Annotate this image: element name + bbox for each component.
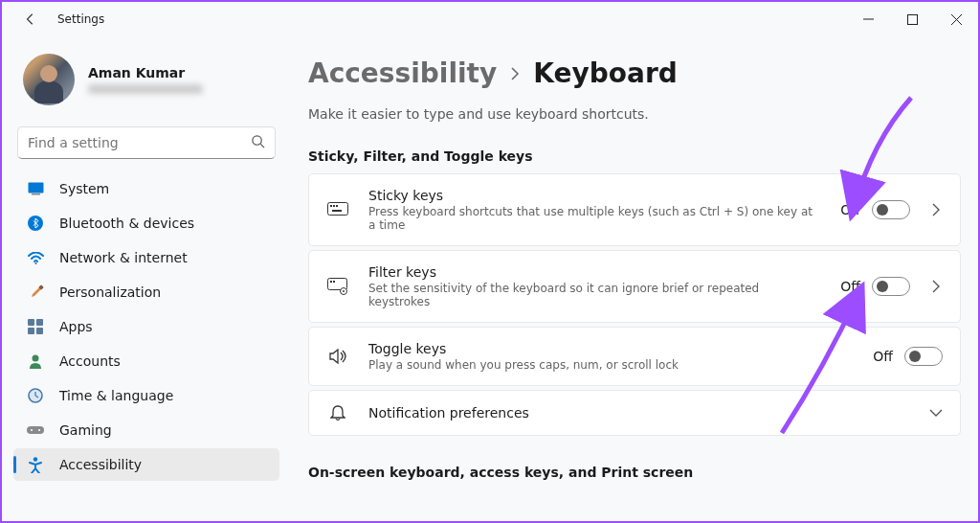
- main-content: Accessibility Keyboard Make it easier to…: [291, 36, 978, 521]
- setting-row-filter-keys[interactable]: Filter keys Set the sensitivity of the k…: [308, 250, 961, 323]
- clock-icon: [27, 387, 44, 404]
- sidebar: Aman Kumar System Bluetooth & devices: [2, 36, 291, 521]
- sidebar-item-accounts[interactable]: Accounts: [13, 345, 279, 377]
- sidebar-item-accessibility[interactable]: Accessibility: [13, 448, 279, 481]
- section-title-onscreen: On-screen keyboard, access keys, and Pri…: [308, 465, 961, 480]
- sidebar-item-label: Accounts: [59, 353, 121, 369]
- setting-row-toggle-keys[interactable]: Toggle keys Play a sound when you press …: [308, 327, 961, 386]
- breadcrumb: Accessibility Keyboard: [308, 57, 961, 89]
- svg-rect-13: [28, 328, 34, 334]
- chevron-right-icon[interactable]: [929, 280, 943, 293]
- sidebar-item-system[interactable]: System: [13, 172, 279, 205]
- svg-point-20: [31, 429, 33, 431]
- page-title: Keyboard: [533, 57, 677, 89]
- filter-keys-toggle[interactable]: [872, 277, 910, 296]
- bell-icon: [326, 404, 349, 421]
- setting-description: Press keyboard shortcuts that use multip…: [368, 205, 821, 232]
- accessibility-icon: [27, 456, 44, 473]
- svg-point-22: [33, 457, 37, 461]
- svg-point-21: [38, 429, 40, 431]
- nav-list: System Bluetooth & devices Network & int…: [13, 172, 279, 481]
- sidebar-item-network[interactable]: Network & internet: [13, 241, 279, 274]
- setting-description: Play a sound when you press caps, num, o…: [368, 358, 854, 372]
- svg-rect-6: [28, 183, 43, 193]
- sidebar-item-label: Apps: [59, 319, 93, 334]
- sidebar-item-apps[interactable]: Apps: [13, 310, 279, 343]
- close-button[interactable]: [934, 2, 978, 36]
- settings-window: Settings Aman Kumar: [0, 0, 980, 523]
- sidebar-item-label: Gaming: [59, 422, 112, 438]
- setting-title: Filter keys: [368, 264, 821, 280]
- sticky-keys-toggle[interactable]: [872, 200, 910, 219]
- person-icon: [27, 352, 44, 370]
- chevron-right-icon[interactable]: [929, 203, 943, 216]
- keyboard-icon: [326, 202, 349, 217]
- toggle-keys-toggle[interactable]: [904, 347, 943, 366]
- profile-email-blurred: [88, 84, 203, 94]
- svg-rect-24: [330, 205, 332, 207]
- search-icon: [251, 134, 265, 152]
- sidebar-item-label: Personalization: [59, 284, 161, 300]
- setting-title: Notification preferences: [368, 405, 910, 421]
- maximize-button[interactable]: [890, 2, 934, 36]
- keyboard-gear-icon: [326, 278, 349, 295]
- svg-point-4: [253, 135, 261, 144]
- search-box[interactable]: [17, 126, 276, 159]
- setting-row-notification-prefs[interactable]: Notification preferences: [308, 390, 961, 436]
- svg-line-5: [260, 144, 264, 148]
- svg-rect-1: [907, 14, 917, 24]
- toggle-state-label: Off: [840, 279, 860, 294]
- svg-rect-30: [333, 281, 335, 283]
- monitor-icon: [27, 180, 44, 197]
- svg-rect-14: [36, 328, 43, 334]
- sidebar-item-label: Bluetooth & devices: [59, 216, 194, 231]
- svg-point-15: [33, 355, 39, 362]
- svg-point-32: [343, 290, 345, 292]
- sidebar-item-gaming[interactable]: Gaming: [13, 414, 279, 446]
- setting-description: Set the sensitivity of the keyboard so i…: [368, 282, 821, 308]
- section-title-keys: Sticky, Filter, and Toggle keys: [308, 148, 961, 164]
- breadcrumb-parent[interactable]: Accessibility: [308, 57, 497, 89]
- back-button[interactable]: [19, 8, 42, 31]
- minimize-button[interactable]: [846, 2, 890, 36]
- setting-title: Toggle keys: [368, 341, 854, 356]
- sidebar-item-personalization[interactable]: Personalization: [13, 276, 279, 308]
- svg-rect-27: [332, 210, 342, 212]
- svg-rect-19: [27, 426, 44, 434]
- svg-rect-29: [330, 281, 332, 283]
- sidebar-item-label: System: [59, 181, 109, 196]
- wifi-icon: [27, 249, 44, 266]
- chevron-down-icon[interactable]: [929, 409, 943, 417]
- title-bar: Settings: [2, 2, 978, 36]
- profile-name: Aman Kumar: [88, 65, 203, 80]
- avatar: [23, 54, 75, 105]
- setting-title: Sticky keys: [368, 188, 821, 203]
- sidebar-item-label: Network & internet: [59, 250, 188, 265]
- chevron-right-icon: [510, 66, 520, 81]
- bluetooth-icon: [27, 215, 44, 232]
- page-subtitle: Make it easier to type and use keyboard …: [308, 106, 961, 122]
- svg-rect-26: [336, 205, 338, 207]
- sidebar-item-time[interactable]: Time & language: [13, 379, 279, 412]
- svg-rect-11: [28, 319, 34, 326]
- svg-point-9: [34, 262, 36, 264]
- apps-icon: [27, 318, 44, 335]
- sidebar-item-bluetooth[interactable]: Bluetooth & devices: [13, 207, 279, 239]
- profile-block[interactable]: Aman Kumar: [13, 36, 279, 126]
- svg-rect-23: [328, 203, 348, 216]
- window-title: Settings: [57, 12, 104, 26]
- toggle-state-label: Off: [840, 202, 860, 217]
- setting-row-sticky-keys[interactable]: Sticky keys Press keyboard shortcuts tha…: [308, 173, 961, 246]
- sidebar-item-label: Accessibility: [59, 457, 142, 472]
- search-input[interactable]: [28, 135, 251, 150]
- brush-icon: [27, 284, 44, 301]
- svg-rect-7: [32, 193, 40, 195]
- toggle-state-label: Off: [873, 349, 893, 364]
- window-controls: [846, 2, 978, 36]
- svg-rect-25: [333, 205, 335, 207]
- sidebar-item-label: Time & language: [59, 388, 173, 403]
- gamepad-icon: [27, 421, 44, 439]
- svg-rect-12: [36, 319, 43, 326]
- sound-icon: [326, 349, 349, 364]
